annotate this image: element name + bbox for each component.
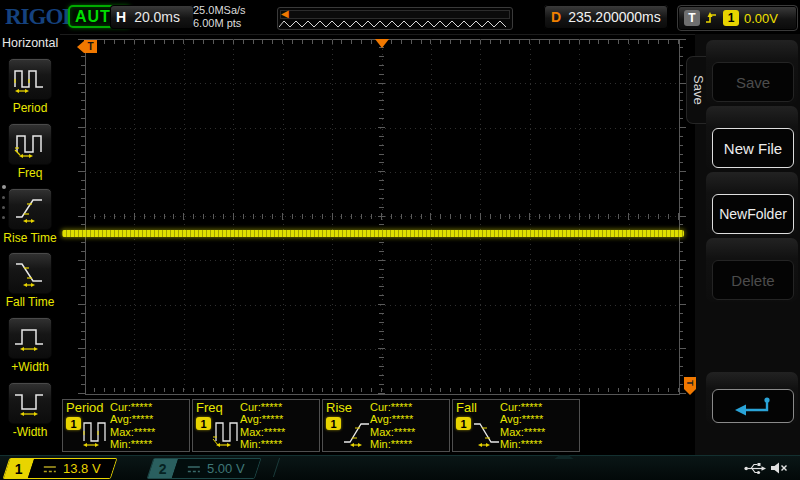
grid-line [679, 47, 683, 48]
cur-value: ***** [261, 401, 282, 413]
grid-line [379, 207, 384, 208]
measurement-panel-period[interactable]: Period 1 Cur:***** Avg:***** Max:***** M… [62, 399, 190, 452]
grid-line [460, 40, 461, 44]
new-folder-button[interactable]: NewFolder [712, 194, 794, 234]
source-badge: 1 [326, 417, 341, 430]
measurement-panel-fall[interactable]: Fall 1 Cur:***** Avg:***** Max:***** Min… [452, 399, 580, 452]
grid-line [272, 214, 273, 219]
source-badge: 1 [66, 417, 81, 430]
save-button[interactable]: Save [712, 62, 794, 102]
grid-line [81, 74, 85, 75]
sidebar-item-pos-width[interactable]: +Width [0, 317, 60, 374]
separator [263, 458, 280, 477]
grid-line [233, 40, 234, 44]
channel1-scale: 13.8 V [63, 461, 101, 476]
waveform-overview-strip[interactable]: ◀ [277, 7, 513, 30]
min-value: ***** [261, 438, 282, 450]
grid-line [81, 162, 85, 163]
cur-label: Cur: [110, 401, 131, 413]
channel2-status[interactable]: 2 5.00 V [147, 458, 261, 479]
return-button[interactable] [712, 389, 794, 423]
grid-line [648, 214, 649, 219]
grid-line [361, 214, 362, 219]
trigger-position-offscreen-left-marker[interactable]: T [77, 40, 97, 53]
grid-line [183, 213, 184, 220]
trigger-box[interactable]: T 1 0.00V [677, 5, 798, 31]
grid-line [262, 40, 263, 44]
grid-line [371, 388, 372, 392]
grid-line [233, 213, 234, 220]
grid-line [213, 388, 214, 392]
cur-label: Cur: [370, 401, 391, 413]
sidebar-item-fall-time[interactable]: Fall Time [0, 252, 60, 309]
grid-line [379, 366, 384, 367]
grid-line [332, 388, 333, 392]
freq-icon [13, 130, 47, 158]
period-icon [82, 415, 110, 448]
grid-line [213, 40, 214, 44]
delete-button[interactable]: Delete [712, 260, 794, 300]
h-label: H [116, 9, 126, 25]
grid-line [401, 388, 402, 392]
grid-line [679, 145, 683, 146]
grid-line [243, 40, 244, 44]
horizontal-timebase-box[interactable]: H 20.0ms [110, 5, 194, 29]
grid-line [379, 92, 384, 93]
grid-line [509, 214, 510, 219]
grid-line [668, 388, 669, 392]
sidebar-item-rise-time[interactable]: Rise Time [0, 188, 60, 245]
delay-box[interactable]: D 235.200000ms [544, 5, 668, 29]
channel1-status[interactable]: 1 13.8 V [3, 458, 117, 479]
grid-line [559, 40, 560, 44]
trigger-position-marker-icon[interactable] [375, 39, 389, 48]
window-left-arrow-icon: ◀ [281, 9, 289, 19]
grid-line [81, 331, 85, 332]
trigger-level-offscreen-marker[interactable]: T [684, 377, 696, 395]
grid-line [144, 40, 145, 44]
grid-line [679, 366, 683, 367]
grid-line [470, 40, 471, 44]
grid-line [379, 277, 384, 278]
grid-line [154, 214, 155, 219]
grid-line [81, 339, 85, 340]
memory-depth: 6.00M pts [193, 17, 246, 30]
grid-line [450, 214, 451, 219]
grid-line [579, 213, 580, 220]
grid-line [312, 214, 313, 219]
min-label: Min: [370, 438, 391, 450]
sidebar-item-neg-width[interactable]: -Width [0, 382, 60, 439]
grid-line [78, 127, 85, 128]
sidebar-item-period[interactable]: Period [0, 58, 60, 115]
grid-line [78, 393, 85, 394]
grid-line [81, 189, 85, 190]
grid-line [638, 388, 639, 392]
grid-line [332, 213, 333, 220]
grid-line [379, 251, 384, 252]
grid-line [379, 331, 384, 332]
fall-time-icon [13, 259, 47, 287]
return-arrow-icon [730, 396, 776, 416]
grid-line [78, 260, 85, 261]
grid-line [213, 214, 214, 219]
grid-line [379, 56, 384, 57]
new-file-button[interactable]: New File [712, 128, 794, 168]
grid-line [679, 180, 683, 181]
grid-line [411, 214, 412, 219]
grid-line [81, 313, 85, 314]
grid-line [183, 388, 184, 392]
grid-line [470, 388, 471, 392]
cur-value: ***** [521, 401, 542, 413]
menu-tab-label: Save [691, 75, 706, 105]
max-value: ***** [264, 426, 285, 438]
grid-line [183, 40, 184, 44]
grid-line [679, 251, 683, 252]
t-marker-label: T [684, 377, 696, 389]
grid-line [679, 207, 683, 208]
sidebar-item-label: Period [0, 101, 60, 115]
grid-line [579, 40, 580, 44]
grid-line [104, 388, 105, 392]
sidebar-item-freq[interactable]: Freq [0, 123, 60, 180]
measurement-panel-rise[interactable]: Rise 1 Cur:***** Avg:***** Max:***** Min… [322, 399, 450, 452]
grid-line [81, 145, 85, 146]
measurement-panel-freq[interactable]: Freq 1 Cur:***** Avg:***** Max:***** Min… [192, 399, 320, 452]
